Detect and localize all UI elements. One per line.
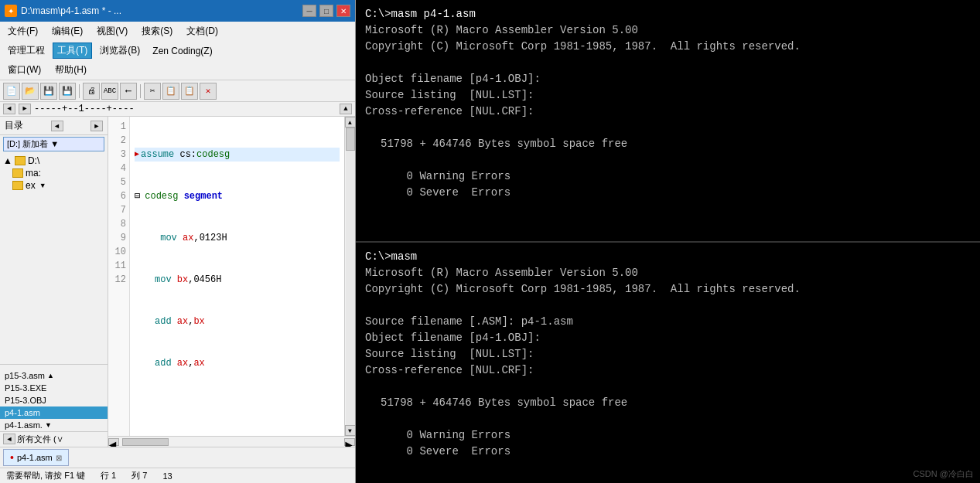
menu-window[interactable]: 窗口(W) (3, 62, 46, 78)
term-line-1-7: Cross-reference [NUL.CRF]: (365, 104, 971, 120)
title-bar: ✦ D:\masm\p4-1.asm * - ... ─ □ ✕ (0, 0, 355, 22)
term-line-1-1: C:\>masm p4-1.asm (365, 6, 971, 22)
file-item-p15-3-asm[interactable]: p15-3.asm ▲ (0, 369, 108, 382)
folder-icon-ex (12, 181, 23, 190)
h-scroll-left[interactable]: ◄ (108, 438, 119, 446)
tab-bar: • p4-1.asm ⊠ (0, 447, 355, 468)
toolbar: 📄 📂 💾 💾 🖨 ABC ⟵ ✂ 📋 📋 ✕ (0, 80, 355, 102)
ruler-scroll-up[interactable]: ▲ (340, 104, 352, 114)
sidebar-tree: ▲ D:\ ma: ex ▼ (0, 153, 108, 362)
sidebar-dropdown[interactable]: [D:] 新加着 ▼ (3, 137, 104, 151)
term-line-1-6: Source listing [NUL.LST]: (365, 87, 971, 104)
tree-item-d[interactable]: ▲ D:\ (0, 155, 108, 167)
line-arrow-1: ▶ (135, 148, 139, 162)
menu-edit[interactable]: 编辑(E) (47, 23, 87, 39)
sidebar-all-files: 所有文件 (∨ (17, 434, 63, 445)
tb-btn-open[interactable]: 📂 (22, 83, 39, 100)
code-line-3: ·mov ax,0123H (135, 231, 340, 245)
vert-scrollbar[interactable]: ▲ ▼ (344, 117, 355, 436)
term-line-2-10: 51798 + 464746 Bytes symbol space free (365, 395, 971, 411)
file-item-p15-3-obj[interactable]: P15-3.OBJ (0, 394, 108, 406)
h-scroll-thumb[interactable] (122, 438, 169, 446)
terminal-panel: C:\>masm p4-1.asm Microsoft (R) Macro As… (356, 0, 980, 483)
code-line-5: add ax,bx (135, 315, 340, 328)
title-bar-left: ✦ D:\masm\p4-1.asm * - ... (5, 5, 121, 17)
tree-label-ma: ma: (26, 168, 41, 179)
term-line-2-8: Cross-reference [NUL.CRF]: (365, 362, 971, 379)
file-item-p15-3-exe[interactable]: P15-3.EXE (0, 382, 108, 394)
sidebar-scroll-controls: ◄ 所有文件 (∨ (3, 434, 63, 445)
ide-panel: ✦ D:\masm\p4-1.asm * - ... ─ □ ✕ 文件(F) 编… (0, 0, 356, 483)
terminal-section-1: C:\>masm p4-1.asm Microsoft (R) Macro As… (356, 0, 980, 243)
right-wrapper: C:\>masm p4-1.asm Microsoft (R) Macro As… (356, 0, 980, 483)
term-line-2-4 (365, 298, 971, 314)
file-label-p15-3-obj: P15-3.OBJ (5, 396, 46, 405)
tb-btn-paste[interactable]: 📋 (181, 83, 198, 100)
term-line-1-10 (365, 152, 971, 168)
tree-arrow: ▲ (3, 155, 12, 166)
menu-view[interactable]: 视图(V) (92, 23, 132, 39)
ruler-nav-left[interactable]: ◄ (3, 104, 15, 114)
minimize-button[interactable]: ─ (302, 5, 316, 17)
file-label-p15-3-asm: p15-3.asm (5, 371, 45, 380)
code-area[interactable]: 1 2 3 4 5 6 7 8 9 10 11 12 ▶assume cs:co… (108, 117, 355, 436)
tree-label-ex: ex (26, 180, 36, 191)
close-button[interactable]: ✕ (336, 5, 350, 17)
term-line-1-4 (365, 55, 971, 71)
menu-browser[interactable]: 浏览器(B) (95, 43, 145, 59)
status-row: 行 1 (101, 470, 116, 481)
file-list: p15-3.asm ▲ P15-3.EXE P15-3.OBJ p4-1.asm… (0, 369, 108, 431)
code-content[interactable]: ▶assume cs:codesg ⊟codesg segment ·mov a… (130, 117, 344, 436)
menu-search[interactable]: 搜索(S) (137, 23, 177, 39)
code-line-2: ⊟codesg segment (135, 189, 340, 203)
term-line-1-9: 51798 + 464746 Bytes symbol space free (365, 136, 971, 152)
code-line-1: ▶assume cs:codesg (135, 148, 340, 162)
scroll-thumb[interactable] (346, 128, 355, 151)
tb-btn-abc[interactable]: ABC (101, 83, 118, 100)
tb-btn-save2[interactable]: 💾 (59, 83, 76, 100)
menu-help[interactable]: 帮助(H) (50, 62, 91, 78)
tb-btn-copy[interactable]: 📋 (162, 83, 179, 100)
tb-btn-arrow[interactable]: ⟵ (120, 83, 137, 100)
tree-item-ma[interactable]: ma: (0, 167, 108, 179)
main-content: 目录 ◄ ► [D:] 新加着 ▼ ▲ D:\ ma: ex ▼ (0, 117, 355, 447)
menu-project[interactable]: 管理工程 (3, 43, 50, 59)
toolbar-sep-2 (140, 84, 141, 98)
tb-btn-cut[interactable]: ✂ (144, 83, 161, 100)
menu-zen[interactable]: Zen Coding(Z) (148, 44, 217, 58)
term-line-2-6: Object filename [p4-1.OBJ]: (365, 330, 971, 346)
file-item-p4-1-asm[interactable]: p4-1.asm (0, 406, 108, 419)
sidebar: 目录 ◄ ► [D:] 新加着 ▼ ▲ D:\ ma: ex ▼ (0, 117, 108, 447)
term-line-1-5: Object filename [p4-1.OBJ]: (365, 71, 971, 87)
term-line-1-3: Copyright (C) Microsoft Corp 1981-1985, … (365, 39, 971, 55)
tree-item-ex[interactable]: ex ▼ (0, 179, 108, 192)
scroll-track[interactable] (346, 128, 355, 425)
h-scroll-right[interactable]: ► (344, 438, 355, 446)
sidebar-nav-right[interactable]: ► (90, 121, 103, 131)
title-text: D:\masm\p4-1.asm * - ... (21, 5, 121, 16)
term-line-1-2: Microsoft (R) Macro Assembler Version 5.… (365, 22, 971, 39)
menu-file[interactable]: 文件(F) (3, 23, 43, 39)
scroll-down-arrow[interactable]: ▼ (345, 425, 356, 436)
tb-btn-print[interactable]: 🖨 (83, 83, 100, 100)
code-scrollbar[interactable]: ◄ ► (108, 436, 355, 447)
term-line-1-11: 0 Warning Errors (365, 168, 971, 185)
tab-p4-1-asm[interactable]: • p4-1.asm ⊠ (3, 449, 69, 466)
code-line-6: add ax,ax (135, 356, 340, 370)
tb-btn-new[interactable]: 📄 (3, 83, 20, 100)
menu-bar: 文件(F) 编辑(E) 视图(V) 搜索(S) 文档(D) 管理工程 工具(T)… (0, 22, 355, 80)
restore-button[interactable]: □ (319, 5, 333, 17)
tb-btn-save[interactable]: 💾 (40, 83, 57, 100)
toolbar-sep-1 (79, 84, 80, 98)
sidebar-nav-left[interactable]: ◄ (51, 121, 63, 131)
sidebar-scroll-left[interactable]: ◄ (3, 434, 15, 444)
tab-close-button[interactable]: ⊠ (56, 454, 62, 462)
tb-btn-close-x[interactable]: ✕ (200, 83, 217, 100)
menu-tools[interactable]: 工具(T) (53, 43, 92, 59)
menu-doc[interactable]: 文档(D) (182, 23, 223, 39)
scroll-up-arrow[interactable]: ▲ (345, 117, 356, 128)
file-item-p4-1-asm-dot[interactable]: p4-1.asm. ▼ (0, 419, 108, 431)
ruler-nav-right[interactable]: ► (19, 104, 31, 114)
folder-icon-ma (12, 168, 23, 178)
term-line-2-5: Source filename [.ASM]: p4-1.asm (365, 314, 971, 330)
